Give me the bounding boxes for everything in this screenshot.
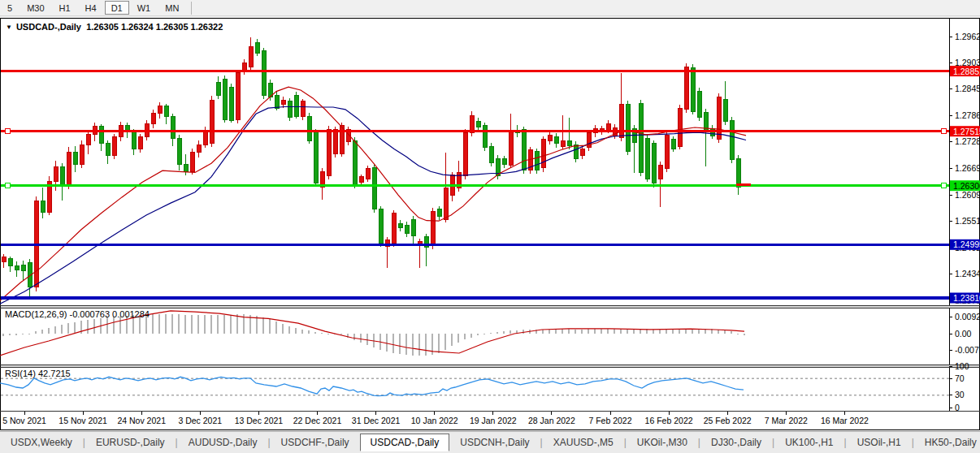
macd-histogram-bar [295,328,297,334]
timeframe-toolbar: 5M30H1H4D1W1MN [0,0,980,16]
candle-body [294,95,298,116]
candle-body [626,104,630,152]
macd-histogram-bar [412,334,414,356]
date-tick-label: 25 Feb 2022 [704,416,752,425]
candle-body [561,140,565,146]
macd-histogram-bar [497,332,498,334]
chart-frames [0,19,980,430]
timeframe-button-h1[interactable]: H1 [53,1,77,15]
date-tick-label: 16 Feb 2022 [645,416,693,425]
rsi-panel: 10070300 [0,361,969,412]
macd-histogram-bar [470,334,472,338]
macd-histogram-bar [549,330,550,334]
tab-eurusd-daily[interactable]: EURUSD-,Daily [85,434,176,451]
chart-symbol-period: USDCAD-,Daily [16,22,81,32]
candle-body [405,225,409,233]
date-tick-label: 7 Mar 2022 [765,416,808,425]
candle-body [223,79,227,119]
rsi-line [0,377,744,395]
macd-histogram-bar [737,334,739,334]
candle-body [606,123,610,130]
tab-usdchf-daily[interactable]: USDCHF-,Daily [271,434,360,451]
macd-histogram-bar [41,330,43,334]
date-tick-label: 15 Nov 2021 [59,416,107,425]
line-handle[interactable] [941,129,946,134]
line-handle[interactable] [941,183,946,188]
line-handle[interactable] [5,183,10,188]
price-badge-label: 1.23810 [953,293,980,303]
macd-histogram-bar [659,330,661,334]
candle-body [255,43,259,53]
macd-histogram-bar [113,317,115,334]
candle-body [717,97,721,140]
macd-histogram-bar [275,321,277,334]
symbol-dropdown-icon[interactable]: ▼ [6,24,12,31]
symbol-tab-bar: USDX,Weekly|EURUSD-,Daily|AUDUSD-,Daily|… [0,431,980,453]
macd-histogram-bar [67,323,69,334]
tab-uk100-h1[interactable]: UK100-,H1 [774,434,843,451]
macd-histogram-bar [74,322,76,334]
candles [2,37,747,296]
macd-histogram-bar [321,333,323,334]
candle-body [509,130,513,165]
candle-body [359,177,363,183]
candle-body [580,149,584,156]
macd-histogram-bar [327,334,329,334]
tab-dj30-daily[interactable]: DJ30-,Daily [700,434,772,451]
price-tick-label: 1.26095 [955,190,980,200]
trading-platform-window: 5M30H1H4D1W1MN 1.296201.290351.284501.27… [0,0,980,453]
macd-histogram-bar [386,334,388,352]
macd-histogram-bar [679,329,680,334]
candle-body [639,103,643,173]
macd-histogram-bar [366,334,368,345]
macd-histogram-bar [594,329,596,334]
candle-body [697,91,701,118]
timeframe-button-h4[interactable]: H4 [79,1,103,15]
macd-histogram-bar [523,330,524,334]
candle-body [522,130,526,170]
macd-histogram-bar [392,334,394,353]
macd-histogram-bar [575,330,576,334]
macd-histogram-bar [301,330,303,334]
candle-body [411,219,415,235]
tab-xauusd-m5[interactable]: XAUUSD-,M5 [543,434,624,451]
price-badge-label: 1.26306 [953,181,980,191]
horizontal-lines[interactable] [1,71,949,298]
candle-body [249,47,253,67]
tab-usdcad-daily[interactable]: USDCAD-,Daily [360,434,450,451]
candle-body [106,143,110,155]
rsi-axis-label: 30 [955,390,965,399]
timeframe-button-5[interactable]: 5 [1,1,19,15]
price-chart[interactable]: 1.296201.290351.284501.278651.272801.266… [0,18,980,430]
macd-histogram-bar [581,330,583,334]
tab-usoil-h1[interactable]: USOil-,H1 [847,434,912,451]
macd-histogram-bar [483,334,485,334]
macd-histogram-bar [653,330,654,334]
candle-body [483,126,487,148]
tab-audusd-daily[interactable]: AUDUSD-,Daily [178,434,268,451]
line-handle[interactable] [5,129,10,134]
candle-body [535,152,539,170]
candle-body [476,122,480,127]
candle-body [619,104,623,138]
tab-ukoil-m30[interactable]: UKOil-,M30 [627,434,698,451]
candle-body [548,136,552,141]
chart-window[interactable]: 1.296201.290351.284501.278651.272801.266… [0,18,980,430]
candle-body [197,145,201,152]
timeframe-button-w1[interactable]: W1 [131,1,158,15]
date-tick-label: 10 Jan 2022 [411,416,458,425]
timeframe-button-m30[interactable]: M30 [20,1,50,15]
candle-body [392,214,396,244]
tab-usdcnh-daily[interactable]: USDCNH-,Daily [449,434,540,451]
tab-usdx-weekly[interactable]: USDX,Weekly [0,434,83,451]
price-tick-label: 1.28450 [955,84,980,93]
tab-hk50-daily[interactable]: HK50-,Daily [914,434,980,451]
timeframe-button-mn[interactable]: MN [158,1,185,15]
candle-body [398,223,402,227]
macd-histogram-bar [464,334,466,339]
candle-body [502,159,506,165]
macd-axis-label: 0.00 [955,329,972,339]
candle-body [54,167,58,182]
candle-body [652,144,656,183]
timeframe-button-d1[interactable]: D1 [105,1,129,15]
